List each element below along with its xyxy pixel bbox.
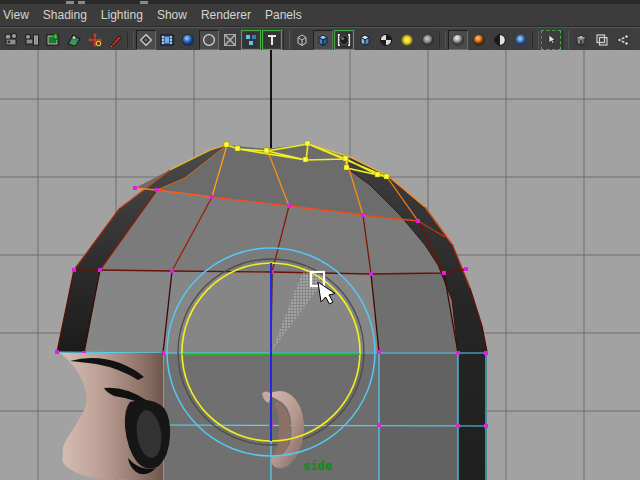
- wireframe-button[interactable]: [292, 30, 312, 50]
- gate-mask-button[interactable]: [199, 30, 219, 50]
- select-camera-button[interactable]: [1, 30, 21, 50]
- film-gate-icon: [138, 32, 154, 48]
- default-lighting-icon: [450, 32, 466, 48]
- shaded-sphere-button[interactable]: [178, 30, 198, 50]
- rgb-channels-button[interactable]: [241, 30, 261, 50]
- no-gate-button[interactable]: [220, 30, 240, 50]
- pencil-tool-button[interactable]: [106, 30, 126, 50]
- toolbar-separator: [127, 31, 134, 49]
- rgb-channels-icon: [243, 32, 259, 48]
- isolate-select-button[interactable]: [541, 30, 561, 50]
- toolbar-separator: [562, 31, 569, 49]
- instances-button[interactable]: [592, 30, 612, 50]
- bookmarks-button[interactable]: [43, 30, 63, 50]
- resolution-gate-icon: [159, 32, 175, 48]
- maya-panel: { "menu": { "items": [ {"label": "View"}…: [0, 0, 640, 480]
- lights-off-icon: [420, 32, 436, 48]
- menu-item-panels[interactable]: Panels: [258, 8, 309, 22]
- xray-icon: [573, 32, 589, 48]
- camera-attributes-button[interactable]: [22, 30, 42, 50]
- toolbar-separator: [532, 31, 539, 49]
- xray-button[interactable]: [571, 30, 591, 50]
- shaded-sphere-icon: [180, 32, 196, 48]
- menu-item-renderer[interactable]: Renderer: [194, 8, 258, 22]
- soft-lighting-button[interactable]: [511, 30, 531, 50]
- image-plane-icon: [66, 32, 82, 48]
- connections-icon: [615, 32, 631, 48]
- flat-shade-button[interactable]: [355, 30, 375, 50]
- viewport-side[interactable]: side: [0, 50, 640, 480]
- smooth-shade-all-button[interactable]: [313, 30, 333, 50]
- wireframe-icon: [294, 32, 310, 48]
- instances-icon: [594, 32, 610, 48]
- half-lighting-icon: [492, 32, 508, 48]
- heads-up-display-icon: [264, 32, 280, 48]
- camera-attributes-icon: [24, 32, 40, 48]
- panel-toolbar: [0, 27, 640, 52]
- half-lighting-button[interactable]: [490, 30, 510, 50]
- pencil-tool-icon: [108, 32, 124, 48]
- film-gate-button[interactable]: [136, 30, 156, 50]
- lights-off-button[interactable]: [418, 30, 438, 50]
- use-default-material-button[interactable]: [376, 30, 396, 50]
- heads-up-display-button[interactable]: [262, 30, 282, 50]
- connections-button[interactable]: [613, 30, 633, 50]
- move-pivot-icon: [87, 32, 103, 48]
- resolution-gate-button[interactable]: [157, 30, 177, 50]
- default-lighting-button[interactable]: [448, 30, 468, 50]
- lights-on-button[interactable]: [397, 30, 417, 50]
- isolate-select-icon: [543, 32, 559, 48]
- panel-menu-bar: View Shading Lighting Show Renderer Pane…: [0, 4, 640, 27]
- image-plane-button[interactable]: [64, 30, 84, 50]
- toolbar-separator: [439, 31, 446, 49]
- toolbar-separator: [283, 31, 290, 49]
- soft-lighting-icon: [513, 32, 529, 48]
- all-lights-button[interactable]: [469, 30, 489, 50]
- all-lights-icon: [471, 32, 487, 48]
- no-gate-icon: [222, 32, 238, 48]
- gate-mask-icon: [201, 32, 217, 48]
- shade-selected-button[interactable]: [334, 30, 354, 50]
- menu-item-lighting[interactable]: Lighting: [94, 8, 150, 22]
- smooth-shade-all-icon: [315, 32, 331, 48]
- move-pivot-button[interactable]: [85, 30, 105, 50]
- menu-item-view[interactable]: View: [0, 8, 36, 22]
- select-camera-icon: [3, 32, 19, 48]
- flat-shade-icon: [357, 32, 373, 48]
- lights-on-icon: [399, 32, 415, 48]
- shade-selected-icon: [336, 32, 352, 48]
- use-default-material-icon: [378, 32, 394, 48]
- bookmarks-icon: [45, 32, 61, 48]
- viewport-label: side: [303, 459, 332, 473]
- menu-item-show[interactable]: Show: [150, 8, 194, 22]
- viewport-canvas[interactable]: side: [0, 50, 640, 480]
- menu-item-shading[interactable]: Shading: [36, 8, 94, 22]
